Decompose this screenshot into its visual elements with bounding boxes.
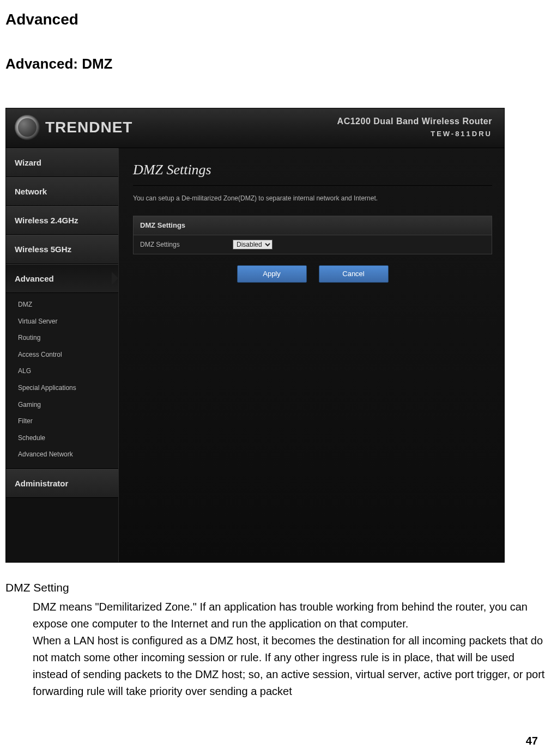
subnav-schedule[interactable]: Schedule: [6, 430, 118, 447]
panel-heading: DMZ Settings: [134, 216, 492, 235]
doc-paragraph-1: DMZ means "Demilitarized Zone." If an ap…: [33, 599, 545, 632]
doc-section-heading: DMZ Setting: [5, 579, 546, 597]
sidebar: Wizard Network Wireless 2.4GHz Wireless …: [6, 148, 118, 562]
subnav-gaming[interactable]: Gaming: [6, 397, 118, 413]
subnav-filter[interactable]: Filter: [6, 413, 118, 430]
product-label: AC1200 Dual Band Wireless Router TEW-811…: [337, 115, 492, 139]
subnav-alg[interactable]: ALG: [6, 363, 118, 380]
cancel-button[interactable]: Cancel: [319, 265, 389, 283]
sidebar-item-wireless-24[interactable]: Wireless 2.4GHz: [6, 206, 118, 235]
divider: [133, 185, 492, 186]
apply-button[interactable]: Apply: [237, 265, 307, 283]
router-admin-screenshot: TRENDNET AC1200 Dual Band Wireless Route…: [5, 108, 505, 563]
subnav-virtual-server[interactable]: Virtual Server: [6, 313, 118, 330]
sidebar-item-wizard[interactable]: Wizard: [6, 148, 118, 177]
subnav-routing[interactable]: Routing: [6, 330, 118, 346]
content-description: You can setup a De-militarized Zone(DMZ)…: [133, 193, 492, 204]
button-row: Apply Cancel: [133, 265, 492, 283]
content-title: DMZ Settings: [133, 159, 492, 181]
subnav-advanced-network[interactable]: Advanced Network: [6, 446, 118, 463]
subnav-access-control[interactable]: Access Control: [6, 346, 118, 363]
brand-logo: TRENDNET: [15, 115, 132, 140]
dmz-select[interactable]: Disabled: [233, 240, 273, 249]
panel-row-dmz: DMZ Settings Disabled: [134, 235, 492, 254]
brand-text: TRENDNET: [45, 115, 132, 139]
page-title-advanced: Advanced: [5, 8, 546, 31]
page-title-advanced-dmz: Advanced: DMZ: [5, 53, 546, 75]
product-line-1: AC1200 Dual Band Wireless Router: [337, 115, 492, 129]
row-label: DMZ Settings: [140, 240, 233, 250]
sidebar-item-advanced[interactable]: Advanced: [6, 264, 118, 293]
sidebar-item-administrator[interactable]: Administrator: [6, 469, 118, 498]
dmz-settings-panel: DMZ Settings DMZ Settings Disabled: [133, 216, 492, 255]
sidebar-item-network[interactable]: Network: [6, 177, 118, 206]
router-header: TRENDNET AC1200 Dual Band Wireless Route…: [6, 108, 504, 148]
content-area: DMZ Settings You can setup a De-militari…: [118, 148, 504, 562]
product-line-2: TEW-811DRU: [337, 129, 492, 139]
doc-paragraph-2: When a LAN host is configured as a DMZ h…: [33, 632, 545, 700]
subnav-dmz[interactable]: DMZ: [6, 296, 118, 313]
globe-icon: [15, 115, 40, 140]
sidebar-subnav: DMZ Virtual Server Routing Access Contro…: [6, 293, 118, 469]
sidebar-item-wireless-5[interactable]: Wireless 5GHz: [6, 235, 118, 264]
subnav-special-applications[interactable]: Special Applications: [6, 380, 118, 397]
